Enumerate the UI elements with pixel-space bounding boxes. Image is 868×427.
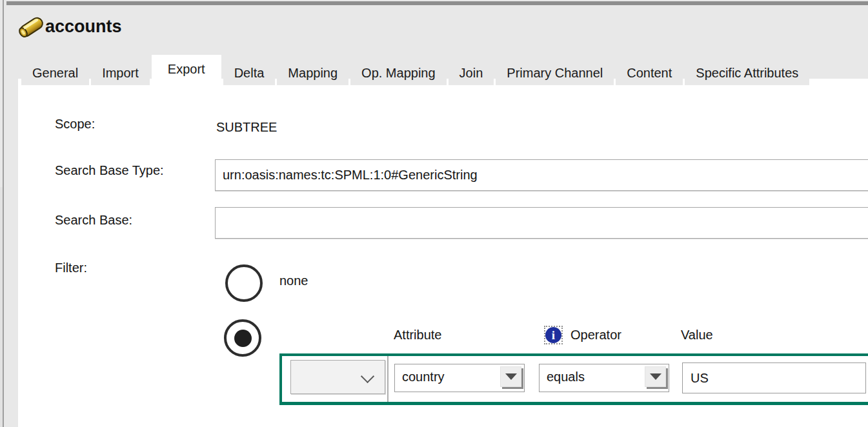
tab-primary-channel[interactable]: Primary Channel (496, 61, 614, 85)
tab-specific-attributes[interactable]: Specific Attributes (685, 61, 809, 85)
tab-bar: General Import Export Delta Mapping Op. … (21, 55, 811, 85)
filter-none-label: none (279, 273, 308, 288)
filter-none-radio[interactable] (225, 264, 263, 302)
tab-mapping[interactable]: Mapping (277, 61, 348, 85)
scope-value: SUBTREE (216, 120, 277, 135)
attribute-dropdown-button[interactable] (500, 366, 521, 387)
dropdown-arrow-icon (650, 373, 661, 380)
operator-column-header: Operator (570, 328, 621, 343)
page-title: accounts (45, 17, 122, 37)
tab-op-mapping[interactable]: Op. Mapping (350, 61, 447, 85)
filter-value-input[interactable] (682, 362, 866, 393)
tab-import[interactable]: Import (91, 61, 150, 85)
attribute-dropdown[interactable]: country (394, 364, 525, 392)
operator-dropdown[interactable]: equals (539, 364, 669, 392)
tab-delta[interactable]: Delta (223, 61, 276, 85)
column-separator (387, 356, 389, 402)
search-base-type-label: Search Base Type: (55, 163, 164, 178)
filter-condition-table: country equals (279, 353, 868, 405)
attribute-column-header: Attribute (394, 328, 441, 343)
dropdown-arrow-icon (505, 373, 517, 380)
window-top-divider (6, 1, 868, 5)
filter-label: Filter: (55, 261, 87, 275)
scope-label: Scope: (55, 117, 95, 132)
radio-selected-dot (234, 330, 252, 347)
chevron-down-icon (361, 370, 374, 383)
operator-dropdown-button[interactable] (645, 366, 666, 387)
operator-dropdown-value: equals (547, 370, 585, 384)
left-panel-divider (3, 0, 4, 427)
tab-export[interactable]: Export (152, 55, 221, 85)
search-base-input[interactable] (215, 207, 868, 239)
tab-general[interactable]: General (21, 61, 89, 85)
tab-content[interactable]: Content (616, 61, 683, 85)
left-panel-edge (0, 187, 3, 427)
filter-link-dropdown[interactable] (290, 360, 385, 394)
info-icon[interactable]: i (544, 326, 563, 344)
search-base-label: Search Base: (55, 213, 132, 228)
value-column-header: Value (681, 328, 713, 343)
info-icon-glyph: i (545, 327, 561, 343)
search-base-type-input[interactable] (215, 159, 868, 191)
tab-join[interactable]: Join (449, 61, 494, 85)
filter-custom-radio[interactable] (224, 319, 261, 357)
attribute-dropdown-value: country (402, 370, 445, 384)
connector-icon (15, 12, 46, 43)
export-tab-page: accounts General Import Export Delta Map… (0, 0, 868, 427)
